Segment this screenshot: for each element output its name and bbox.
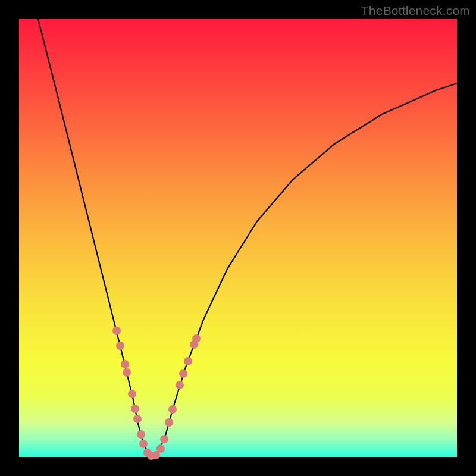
- highlight-dot: [179, 369, 187, 378]
- highlight-dot: [168, 405, 177, 414]
- highlight-dot: [121, 360, 129, 368]
- highlight-dot: [116, 342, 124, 350]
- highlight-dot: [156, 444, 165, 453]
- highlight-dot: [123, 368, 131, 377]
- highlight-dot: [133, 415, 142, 423]
- watermark-text: TheBottleneck.com: [361, 4, 470, 18]
- highlight-dot: [137, 430, 145, 439]
- highlight-dot: [112, 327, 121, 335]
- highlight-dot: [131, 405, 139, 413]
- highlight-dot: [128, 390, 136, 398]
- chart-frame: TheBottleneck.com: [0, 0, 476, 476]
- highlight-dot: [184, 357, 192, 365]
- highlight-dot: [165, 418, 173, 427]
- highlight-dots: [112, 327, 201, 460]
- bottleneck-curve: [38, 19, 457, 456]
- highlight-dot: [176, 381, 184, 389]
- plot-area: [19, 19, 457, 457]
- highlight-dot: [192, 334, 201, 343]
- highlight-dot: [139, 440, 148, 448]
- highlight-dot: [160, 435, 168, 443]
- chart-svg: [19, 19, 457, 457]
